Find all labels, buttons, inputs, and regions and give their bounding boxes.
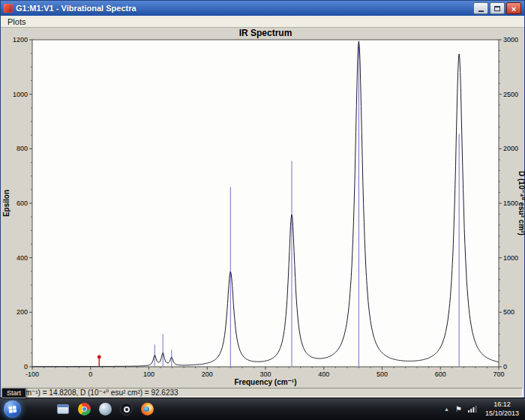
- desktop: G1:M1:V1 - Vibrational Spectra Plots IR …: [0, 0, 525, 420]
- svg-text:100: 100: [143, 370, 154, 378]
- svg-text:600: 600: [16, 200, 28, 207]
- tray-expand-icon[interactable]: ▲: [444, 406, 449, 412]
- chart-title: IR Spectrum: [239, 28, 292, 38]
- dark-ring-icon[interactable]: [120, 403, 133, 416]
- app-window: G1:M1:V1 - Vibrational Spectra Plots IR …: [0, 0, 525, 398]
- window-controls: [473, 2, 521, 14]
- x-axis: -1000100200300400500600700: [26, 367, 505, 378]
- svg-text:0: 0: [88, 370, 92, 378]
- svg-text:0: 0: [503, 363, 507, 370]
- svg-text:1200: 1200: [13, 36, 28, 44]
- close-button[interactable]: [506, 2, 521, 14]
- y-axis-right: 050010001500200025003000: [499, 36, 518, 370]
- action-center-flag-icon[interactable]: ⚑: [455, 406, 462, 413]
- y-axis-left: 020040060080010001200: [13, 36, 32, 370]
- svg-text:400: 400: [318, 370, 329, 378]
- y-axis-left-label: Epsilon: [2, 190, 10, 217]
- svg-text:-100: -100: [26, 370, 39, 378]
- clock-time: 16:12: [485, 400, 519, 410]
- svg-text:400: 400: [16, 254, 28, 262]
- start-button[interactable]: [4, 400, 21, 418]
- maximize-button[interactable]: [490, 2, 505, 14]
- system-tray: ▲ ⚑ 16:12 15/10/2013: [444, 400, 521, 418]
- app-icon: [4, 4, 13, 13]
- minimize-button[interactable]: [473, 2, 488, 14]
- firefox-icon[interactable]: [141, 403, 154, 416]
- svg-text:2000: 2000: [503, 145, 518, 152]
- svg-text:300: 300: [260, 370, 271, 378]
- taskbar-items: [57, 403, 154, 416]
- taskbar-clock[interactable]: 16:12 15/10/2013: [483, 400, 521, 418]
- taskbar: ▲ ⚑ 16:12 15/10/2013: [0, 398, 525, 420]
- svg-text:500: 500: [376, 370, 388, 378]
- svg-text:2500: 2500: [503, 91, 518, 98]
- svg-text:1500: 1500: [503, 200, 518, 207]
- chrome-icon[interactable]: [78, 403, 91, 416]
- svg-text:1000: 1000: [503, 254, 518, 262]
- media-orb-icon[interactable]: [99, 403, 112, 416]
- svg-text:800: 800: [16, 145, 28, 152]
- svg-text:200: 200: [202, 370, 213, 378]
- ir-spectrum-chart[interactable]: IR Spectrum-1000100200300400500600700Fre…: [1, 28, 525, 386]
- svg-text:0: 0: [24, 363, 28, 370]
- menubar: Plots: [1, 16, 524, 28]
- plot-area[interactable]: [32, 40, 499, 367]
- x-axis-label: Frequency (cm⁻¹): [234, 378, 296, 386]
- window-app-icon[interactable]: [57, 404, 69, 414]
- svg-text:3000: 3000: [503, 36, 518, 44]
- window-title: G1:M1:V1 - Vibrational Spectra: [16, 4, 470, 13]
- svg-text:500: 500: [503, 308, 514, 316]
- start-tooltip: Start: [2, 388, 26, 398]
- cursor-readout: ncy (cm⁻¹) = 14.8208, D (10⁻⁴⁰ esu² cm²)…: [2, 388, 523, 398]
- svg-text:1000: 1000: [13, 91, 28, 98]
- titlebar[interactable]: G1:M1:V1 - Vibrational Spectra: [1, 1, 524, 16]
- svg-text:200: 200: [16, 308, 28, 316]
- network-icon[interactable]: [468, 405, 477, 413]
- statusbar: ncy (cm⁻¹) = 14.8208, D (10⁻⁴⁰ esu² cm²)…: [1, 386, 524, 398]
- clock-date: 15/10/2013: [485, 410, 519, 418]
- windows-flag-icon: [8, 405, 17, 414]
- menu-plots[interactable]: Plots: [4, 17, 29, 26]
- svg-text:600: 600: [435, 370, 446, 378]
- y-axis-right-label: D (10⁻⁴⁰ esu² cm²): [518, 171, 525, 236]
- chart-area: IR Spectrum-1000100200300400500600700Fre…: [1, 28, 524, 386]
- svg-text:700: 700: [493, 370, 504, 378]
